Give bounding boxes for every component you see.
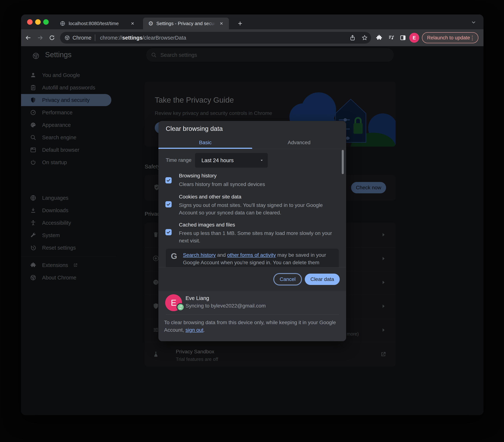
zoom-window-button[interactable] xyxy=(43,19,49,25)
dialog-title: Clear browsing data xyxy=(166,125,223,132)
note-text: Account, xyxy=(164,327,186,333)
other-activity-link[interactable]: other forms of activity xyxy=(227,252,276,258)
kebab-menu-icon[interactable]: ⋮ xyxy=(469,35,475,41)
close-window-button[interactable] xyxy=(27,19,33,25)
gear-favicon-icon: ⚙ xyxy=(148,20,154,26)
screenshot-root: localhost:8080/test/time ⚙ Settings - Pr… xyxy=(0,0,504,442)
chrome-icon xyxy=(65,35,70,40)
checkbox-title: Cookies and other site data xyxy=(179,194,241,200)
reload-icon[interactable] xyxy=(49,35,55,41)
url-text: chrome://settings/clearBrowserData xyxy=(100,32,186,44)
time-range-select[interactable]: Last 24 hours xyxy=(195,153,268,168)
time-range-value: Last 24 hours xyxy=(201,153,234,168)
tab-strip: localhost:8080/test/time ⚙ Settings - Pr… xyxy=(21,15,484,29)
tab-localhost[interactable]: localhost:8080/test/time xyxy=(54,18,140,29)
chevron-down-icon[interactable] xyxy=(471,19,477,25)
checkbox-desc: Clears history from all synced devices xyxy=(179,181,341,188)
new-tab-icon[interactable] xyxy=(237,20,243,26)
tab-advanced-label: Advanced xyxy=(288,140,311,146)
url-separator xyxy=(95,35,95,41)
clear-data-label: Clear data xyxy=(311,276,334,282)
cancel-label: Cancel xyxy=(280,276,295,282)
side-panel-icon[interactable] xyxy=(400,35,406,41)
tab-advanced[interactable]: Advanced xyxy=(252,137,346,148)
caret-down-icon xyxy=(259,158,264,163)
checkbox-desc: Signs you out of most sites. You'll stay… xyxy=(179,202,341,216)
clear-data-button[interactable]: Clear data xyxy=(305,274,340,285)
relaunch-label: Relaunch to update xyxy=(427,35,470,41)
back-icon[interactable] xyxy=(25,35,32,41)
tab-basic[interactable]: Basic xyxy=(158,137,252,148)
minimize-window-button[interactable] xyxy=(35,19,41,25)
tab-title-fade xyxy=(207,20,215,27)
globe-favicon-icon xyxy=(60,21,65,26)
time-range-label: Time range xyxy=(166,157,191,163)
notice-line1: Search history and other forms of activi… xyxy=(183,251,337,259)
checkbox-title: Browsing history xyxy=(179,173,216,179)
avatar-initial: E xyxy=(171,298,176,308)
notice-text: may be saved in your xyxy=(276,252,326,258)
google-account-notice: G Search history and other forms of acti… xyxy=(166,249,339,267)
sign-out-link[interactable]: sign out xyxy=(186,327,204,333)
notice-text: and xyxy=(216,252,227,258)
address-bar[interactable]: Chrome chrome://settings/clearBrowserDat… xyxy=(60,32,371,44)
url-brand: Chrome xyxy=(72,32,91,44)
share-icon[interactable] xyxy=(349,35,356,41)
forward-icon[interactable] xyxy=(37,35,43,41)
dialog-footer: E Eve Liang Syncing to byleve2022@gmail.… xyxy=(158,291,346,341)
browser-window: localhost:8080/test/time ⚙ Settings - Pr… xyxy=(21,15,484,415)
profile-avatar[interactable]: E xyxy=(409,33,419,43)
tab-settings[interactable]: ⚙ Settings - Privacy and security xyxy=(143,18,229,29)
dialog-content: Time range Last 24 hours Browsing histor… xyxy=(158,149,346,267)
relaunch-to-update-button[interactable]: Relaunch to update ⋮ xyxy=(422,32,478,43)
extensions-puzzle-icon[interactable] xyxy=(376,35,382,41)
footer-divider xyxy=(166,314,339,315)
url-path: /clearBrowserData xyxy=(142,35,186,41)
toolbar: Chrome chrome://settings/clearBrowserDat… xyxy=(21,29,484,46)
checkbox-cached[interactable] xyxy=(165,229,172,235)
clear-browsing-data-dialog: Clear browsing data Basic Advanced Time … xyxy=(158,121,346,341)
signout-note-line1: To clear browsing data from this device … xyxy=(164,319,336,326)
scrollbar-thumb[interactable] xyxy=(342,150,344,174)
media-controls-icon[interactable] xyxy=(388,35,395,41)
account-name: Eve Liang xyxy=(186,295,209,301)
tab-title-clip: Settings - Privacy and security xyxy=(156,20,215,27)
tab-basic-label: Basic xyxy=(199,140,211,146)
cancel-button[interactable]: Cancel xyxy=(274,274,301,285)
signout-note-line2: Account, sign out. xyxy=(164,326,336,334)
checkbox-title: Cached images and files xyxy=(179,222,235,228)
close-tab-icon[interactable] xyxy=(130,21,135,26)
notice-line2: Google Account when you're signed in. Yo… xyxy=(183,259,337,266)
tab-title: localhost:8080/test/time xyxy=(69,21,119,26)
url-host: settings xyxy=(122,35,142,41)
avatar-initial: E xyxy=(413,35,416,41)
sync-badge-icon xyxy=(176,303,185,311)
note-text: . xyxy=(204,327,205,333)
url-scheme: chrome:// xyxy=(100,35,122,41)
dialog-divider xyxy=(158,267,346,267)
account-sync-status: Syncing to byleve2022@gmail.com xyxy=(186,303,266,309)
checkbox-desc: Frees up less than 1 MB. Some sites may … xyxy=(179,229,341,244)
checkbox-browsing-history[interactable] xyxy=(165,177,172,184)
checkbox-cookies[interactable] xyxy=(165,201,172,207)
close-tab-icon[interactable] xyxy=(219,21,224,26)
google-g-icon: G xyxy=(171,252,177,261)
search-history-link[interactable]: Search history xyxy=(183,252,216,258)
bookmark-star-icon[interactable] xyxy=(362,35,368,41)
